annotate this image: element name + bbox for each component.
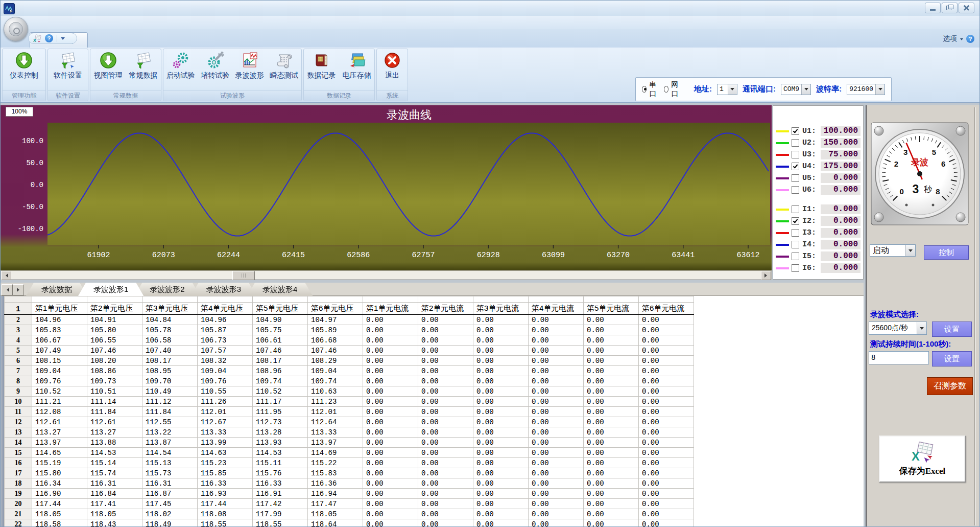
gauge-scale-number: 8 bbox=[936, 187, 940, 196]
excel-quick-icon[interactable]: X bbox=[33, 34, 41, 43]
radio-network[interactable]: 网口 bbox=[664, 80, 681, 99]
right-arrow-icon bbox=[764, 273, 769, 278]
u1-checkbox[interactable] bbox=[792, 139, 799, 147]
baud-rate-dropdown[interactable]: 921600 bbox=[847, 84, 885, 95]
scroll-left-button[interactable] bbox=[1, 271, 11, 280]
table-cell: 104.97 bbox=[308, 314, 363, 325]
start-mode-dropdown[interactable]: 启动 bbox=[870, 244, 916, 257]
view-management-button[interactable]: 视图管理 bbox=[92, 52, 125, 80]
radio-serial[interactable]: 串口 bbox=[642, 80, 659, 99]
table-cell: 110.55 bbox=[198, 386, 253, 397]
channel-label: U5: bbox=[802, 174, 821, 182]
table-cell: 115.14 bbox=[87, 458, 142, 468]
gear-wrench-icon bbox=[206, 52, 224, 69]
table-cell: 109.04 bbox=[32, 366, 87, 376]
table-cell bbox=[142, 296, 198, 303]
comm-port-dropdown[interactable]: COM9 bbox=[781, 84, 811, 95]
waveform-record-button[interactable]: 录波波形 bbox=[233, 52, 266, 80]
i1-checkbox[interactable] bbox=[792, 217, 799, 225]
channel-label: U4: bbox=[802, 162, 821, 171]
table-cell: 0.00 bbox=[584, 335, 639, 346]
office-orb-button[interactable] bbox=[4, 17, 28, 41]
u2-checkbox[interactable] bbox=[792, 151, 799, 158]
table-cell: 0.00 bbox=[418, 356, 473, 366]
u4-checkbox[interactable] bbox=[792, 174, 799, 182]
channel-label: I6: bbox=[802, 264, 821, 272]
record-timer-gauge: 023568 录波 3 秒 bbox=[871, 122, 969, 225]
table-cell: 0.00 bbox=[639, 489, 694, 499]
duration-input[interactable] bbox=[869, 351, 929, 364]
dial-screw-icon bbox=[905, 204, 908, 207]
exit-icon bbox=[384, 52, 401, 69]
transient-test-button[interactable]: 瞬态测试 bbox=[268, 52, 300, 80]
readback-params-button[interactable]: 召测参数 bbox=[927, 377, 973, 395]
table-cell: 106.73 bbox=[198, 335, 253, 346]
table-cell: 0.00 bbox=[529, 376, 584, 386]
column-header: 第5单元电流 bbox=[584, 303, 639, 315]
chart-horizontal-scrollbar[interactable] bbox=[1, 270, 772, 280]
record-mode-dropdown[interactable]: 25600点/秒 bbox=[869, 322, 927, 335]
sheet-scroll-left-button[interactable] bbox=[2, 284, 13, 295]
i0-checkbox[interactable] bbox=[792, 205, 799, 213]
sheet-tab-录波波形2[interactable]: 录波波形2 bbox=[134, 283, 200, 296]
right-arrow-icon bbox=[17, 288, 21, 292]
table-cell: 112.73 bbox=[253, 417, 308, 427]
save-excel-button[interactable]: X 保存为Excel bbox=[879, 436, 966, 483]
x-axis-label: 61902 bbox=[87, 251, 110, 260]
set-duration-button[interactable]: 设置 bbox=[932, 351, 972, 366]
close-button[interactable] bbox=[959, 3, 974, 13]
sheet-tab-录波数据[interactable]: 录波数据 bbox=[26, 283, 87, 296]
scrollbar-thumb[interactable] bbox=[232, 271, 255, 280]
i2-checkbox[interactable] bbox=[792, 229, 799, 237]
table-cell: 108.86 bbox=[87, 366, 142, 376]
sheet-tab-录波波形1[interactable]: 录波波形1 bbox=[78, 283, 144, 296]
set-mode-button[interactable]: 设置 bbox=[932, 322, 972, 337]
table-cell: 104.91 bbox=[87, 314, 142, 325]
table-cell: 0.00 bbox=[473, 386, 529, 397]
u3-checkbox[interactable] bbox=[792, 163, 799, 170]
table-cell: 112.61 bbox=[32, 417, 87, 427]
locked-rotor-test-button[interactable]: 堵转试验 bbox=[199, 52, 231, 80]
table-cell: 113.27 bbox=[87, 427, 142, 438]
table-cell: 114.53 bbox=[87, 448, 142, 458]
u5-checkbox[interactable] bbox=[792, 186, 799, 194]
regular-data-button[interactable]: 常规数据 bbox=[127, 52, 160, 80]
table-cell: 111.21 bbox=[32, 397, 87, 407]
table-cell: 106.55 bbox=[87, 335, 142, 346]
table-row: 7109.04108.86108.95109.04108.96109.040.0… bbox=[5, 366, 694, 376]
sheet-filter-icon bbox=[135, 52, 152, 69]
software-settings-button[interactable]: 软件设置 bbox=[52, 52, 84, 80]
help-icon[interactable]: ? bbox=[45, 34, 53, 42]
i4-checkbox[interactable] bbox=[792, 253, 799, 260]
group-label-data-record: 数据记录 bbox=[304, 90, 374, 101]
address-dropdown[interactable]: 1 bbox=[717, 84, 737, 95]
row-number: 8 bbox=[5, 376, 32, 386]
scroll-right-button[interactable] bbox=[761, 271, 771, 280]
gauge-scale-number: 2 bbox=[894, 159, 898, 168]
instrument-control-button[interactable]: 仪表控制 bbox=[8, 52, 40, 80]
ribbon-help-icon[interactable]: ? bbox=[966, 35, 974, 43]
data-record-button[interactable]: 数据记录 bbox=[305, 52, 338, 80]
table-cell: 113.33 bbox=[308, 427, 363, 438]
table-cell: 0.00 bbox=[473, 478, 529, 489]
options-button[interactable]: 选项 bbox=[943, 34, 957, 43]
u0-checkbox[interactable] bbox=[792, 127, 799, 135]
qat-dropdown-arrow-icon[interactable] bbox=[61, 37, 65, 42]
row-number: 19 bbox=[5, 489, 32, 499]
sheet-scroll-right-button[interactable] bbox=[13, 284, 24, 295]
table-cell: 0.00 bbox=[363, 519, 418, 527]
i5-checkbox[interactable] bbox=[792, 264, 799, 272]
table-cell: 0.00 bbox=[363, 386, 418, 397]
voltage-storage-button[interactable]: 电压存储 bbox=[341, 52, 373, 80]
layered-sheets-icon bbox=[348, 52, 366, 69]
sheet-tab-录波波形3[interactable]: 录波波形3 bbox=[191, 283, 256, 296]
restore-button[interactable] bbox=[942, 3, 958, 13]
table-cell: 118.58 bbox=[32, 519, 87, 527]
i3-checkbox[interactable] bbox=[792, 241, 799, 248]
exit-button[interactable]: 退出 bbox=[378, 52, 407, 80]
control-button[interactable]: 控制 bbox=[924, 245, 969, 260]
start-test-button[interactable]: 启动试验 bbox=[164, 52, 197, 80]
sheet-tab-录波波形4[interactable]: 录波波形4 bbox=[247, 283, 313, 296]
minimize-button[interactable] bbox=[925, 3, 941, 13]
table-cell: 0.00 bbox=[418, 407, 473, 417]
